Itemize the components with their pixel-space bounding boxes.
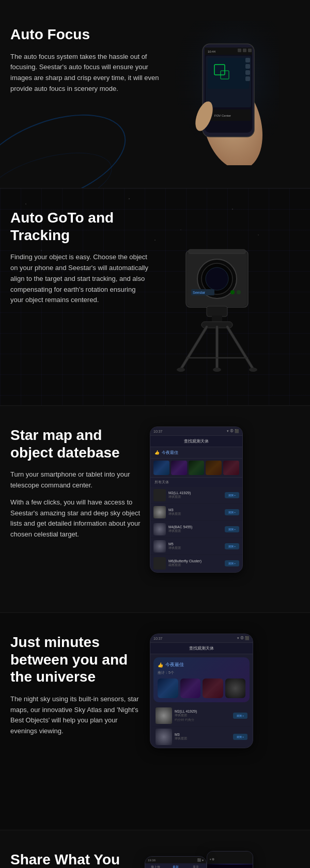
telescope-image: Seestar xyxy=(155,209,289,385)
best-thumb-1 xyxy=(158,678,178,698)
autofocus-description: The auto focus system takes the hassle o… xyxy=(10,52,160,94)
starmap-description2: With a few clicks, you will have access … xyxy=(10,497,145,540)
goto-text: Auto GoTo and Tracking Finding your obje… xyxy=(10,209,155,306)
goto-description: Finding your object is easy. Choose the … xyxy=(10,252,150,306)
best-thumb-3 xyxy=(203,678,223,698)
svg-point-45 xyxy=(213,368,221,372)
share-text: Share What You Discover You may add the … xyxy=(10,851,145,868)
minutes-app-ui: 10:37 ▾ ⦿ ⬛ 查找观测天体 👍 今夜最佳 推计：5个 xyxy=(150,634,253,748)
share-section: Share What You Discover You may add the … xyxy=(0,830,310,868)
svg-rect-29 xyxy=(189,249,245,254)
minutes-obj-text-1: M2(LL 41929) 球状星团 约分钟 约角分 xyxy=(175,709,230,722)
starmap-title: Star map and object datebase xyxy=(10,427,145,461)
minutes-title: Just minutes between you and the univers… xyxy=(10,634,145,686)
svg-rect-18 xyxy=(245,64,250,69)
starmap-app-ui: 10:37 ▾ ⦿ ⬛ 查找观测天体 👍 今夜最佳 所有天体 M2(LL 419… xyxy=(150,427,243,573)
best-tonight-card-title: 👍 今夜最佳 xyxy=(158,661,245,668)
obj-btn-4[interactable]: 观测 + xyxy=(225,543,239,549)
svg-text:FOV Center: FOV Center xyxy=(214,114,231,117)
minutes-obj-sub-1b: 约分钟 约角分 xyxy=(175,718,230,722)
starmap-section: Star map and object datebase Turn your s… xyxy=(0,406,310,612)
app-search-title: 查找观测天体 xyxy=(150,436,242,447)
best-tonight-label: 👍 今夜最佳 xyxy=(150,447,242,459)
obj-icon-3 xyxy=(153,523,166,535)
obj-icon-2 xyxy=(153,506,166,518)
obj-sub-1: 球状星团 xyxy=(168,495,222,499)
minutes-list-item-2: M3 球状星团 观测 + xyxy=(152,727,251,748)
minutes-description: The night sky using its built-in sensors… xyxy=(10,694,145,737)
autofocus-section: Auto Focus The auto focus system takes t… xyxy=(0,0,310,188)
obj-icon-4 xyxy=(153,540,166,553)
obj-name-4: M5 xyxy=(168,542,222,546)
obj-btn-1[interactable]: 观测 + xyxy=(225,492,239,498)
goto-section: Auto GoTo and Tracking Finding your obje… xyxy=(0,188,310,405)
best-tonight-card-label: 今夜最佳 xyxy=(165,661,184,668)
best-sub: 推计：5个 xyxy=(158,670,245,675)
app-status-bar: 10:37 ▾ ⦿ ⬛ xyxy=(150,427,242,436)
starmap-image: 10:37 ▾ ⦿ ⬛ 查找观测天体 👍 今夜最佳 所有天体 M2(LL 419… xyxy=(150,427,243,573)
thumbnail-row xyxy=(150,459,242,478)
svg-rect-11 xyxy=(243,49,246,52)
list-item-3: M4(BAC 5455) 球状星团 观测 + xyxy=(150,521,242,538)
minutes-obj-icon-1 xyxy=(156,707,172,724)
minutes-section: Just minutes between you and the univers… xyxy=(0,613,310,830)
thumb-icon: 👍 xyxy=(154,450,160,455)
share-jupiter-image xyxy=(207,864,253,868)
starmap-text: Star map and object datebase Turn your s… xyxy=(10,427,150,540)
hand-phone-svg: 10:44 FOV Center xyxy=(165,21,279,165)
obj-btn-3[interactable]: 观测 + xyxy=(225,526,239,532)
obj-btn-2[interactable]: 观测 + xyxy=(225,509,239,515)
share-title-line1: Share What You xyxy=(10,851,120,867)
best-tonight-card: 👍 今夜最佳 推计：5个 xyxy=(153,657,250,702)
list-item-2: M3 球状星团 观测 + xyxy=(150,504,242,521)
svg-rect-20 xyxy=(245,76,250,81)
obj-sub-5: 疏散星团 xyxy=(168,563,222,567)
minutes-obj-btn-1[interactable]: 观测 + xyxy=(233,713,247,719)
best-tonight-text: 今夜最佳 xyxy=(162,450,178,455)
minutes-image: 10:37 ▾ ⦿ ⬛ 查找观测天体 👍 今夜最佳 推计：5个 xyxy=(150,634,253,748)
minutes-status-bar: 10:37 ▾ ⦿ ⬛ xyxy=(150,634,253,643)
thumb-4 xyxy=(206,461,222,475)
svg-rect-52 xyxy=(207,864,253,868)
obj-text-5: M6(Butterfly Cluster) 疏散星团 xyxy=(168,559,222,567)
best-card-thumbs xyxy=(158,678,245,698)
best-thumb-2 xyxy=(180,678,201,698)
svg-point-32 xyxy=(230,290,235,294)
minutes-title-bar: 查找观测天体 xyxy=(150,643,253,654)
thumb-2 xyxy=(171,461,187,475)
list-item-5: M6(Butterfly Cluster) 疏散星团 观测 + xyxy=(150,555,242,572)
phone2-status: ▾ ⦿ xyxy=(210,858,214,861)
autofocus-text: Auto Focus The auto focus system takes t… xyxy=(10,21,165,94)
minutes-obj-sub-1: 球状星团 xyxy=(175,713,230,718)
svg-point-28 xyxy=(206,267,228,290)
obj-sub-3: 球状星团 xyxy=(168,529,222,533)
share-tabs: 接上传 最新 关注 xyxy=(145,863,206,868)
autofocus-title: Auto Focus xyxy=(10,26,160,43)
svg-line-38 xyxy=(181,327,207,369)
svg-point-46 xyxy=(249,368,257,372)
obj-icon-1 xyxy=(153,489,166,501)
svg-rect-17 xyxy=(245,58,250,62)
svg-rect-19 xyxy=(245,70,250,75)
share-time: 19:36 xyxy=(148,859,156,862)
obj-sub-4: 球状星团 xyxy=(168,546,222,550)
obj-name-1: M2(LL 41929) xyxy=(168,491,222,495)
obj-btn-5[interactable]: 观测 + xyxy=(225,560,239,566)
all-objects-label: 所有天体 xyxy=(150,478,242,487)
app-time: 10:37 xyxy=(153,430,163,433)
obj-icon-5 xyxy=(153,557,166,570)
goto-title: Auto GoTo and Tracking xyxy=(10,209,150,244)
svg-line-42 xyxy=(227,327,253,369)
obj-text-1: M2(LL 41929) 球状星团 xyxy=(168,491,222,499)
svg-point-44 xyxy=(177,368,185,372)
share-tab-latest: 最新 xyxy=(165,863,185,868)
list-item-4: M5 球状星团 观测 + xyxy=(150,538,242,555)
minutes-status-icons: ▾ ⦿ ⬛ xyxy=(237,636,250,640)
svg-text:Seestar: Seestar xyxy=(193,291,206,294)
svg-rect-12 xyxy=(248,49,252,52)
svg-rect-34 xyxy=(207,306,227,317)
best-thumb-4 xyxy=(225,678,246,698)
minutes-obj-sub-2: 球状星团 xyxy=(175,736,230,741)
minutes-obj-btn-2[interactable]: 观测 + xyxy=(233,734,247,740)
minutes-list-item-1: M2(LL 41929) 球状星团 约分钟 约角分 观测 + xyxy=(152,705,251,727)
